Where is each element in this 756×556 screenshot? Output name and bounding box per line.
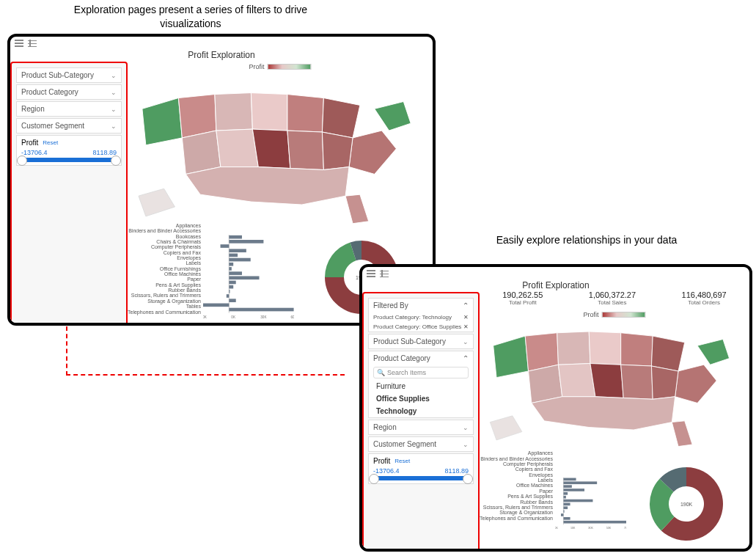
chevron-down-icon: ⌄ [463, 441, 469, 448]
svg-rect-60 [563, 492, 568, 495]
filter-region[interactable]: Region⌄ [16, 101, 122, 117]
svg-marker-44 [651, 336, 684, 371]
filter-profit-range: ProfitReset -13706.48118.89 [16, 135, 122, 166]
svg-rect-32 [229, 299, 235, 302]
svg-rect-25 [229, 267, 232, 271]
option-office-supplies[interactable]: Office Supplies [369, 392, 473, 405]
filter-profit-range: ProfitReset -13706.48118.89 [368, 453, 474, 484]
svg-rect-33 [203, 304, 229, 307]
caption-right: Easily explore relationships in your dat… [440, 233, 733, 247]
filter-customer-segment[interactable]: Customer Segment⌄ [368, 436, 474, 452]
svg-rect-23 [229, 258, 250, 262]
svg-marker-50 [651, 366, 678, 399]
svg-rect-56 [563, 478, 576, 481]
bottom-legend: ProfitDelivery TruckExpress AirR [204, 325, 330, 326]
choropleth-map[interactable] [135, 78, 425, 227]
search-icon: 🔍 [377, 369, 385, 376]
chevron-up-icon[interactable]: ⌃ [463, 301, 469, 310]
svg-marker-11 [287, 131, 324, 169]
bar-chart[interactable]: AppliancesBinders and Binder Accessories… [480, 450, 626, 552]
filter-product-subcategory[interactable]: Product Sub-Category⌄ [368, 334, 474, 349]
reset-link[interactable]: Reset [43, 139, 58, 146]
filter-product-category-open: Product Category⌃ 🔍Search Items Furnitur… [368, 351, 474, 418]
svg-rect-64 [563, 507, 568, 510]
menu-icon[interactable] [15, 40, 23, 47]
svg-rect-63 [563, 503, 570, 506]
filter-chip[interactable]: Product Category: Office Supplies✕ [369, 322, 473, 332]
svg-rect-61 [563, 496, 565, 499]
svg-marker-5 [287, 95, 324, 132]
filter-chip[interactable]: Product Category: Technology✕ [369, 312, 473, 322]
range-slider[interactable] [373, 476, 469, 480]
filtered-by-panel: Filtered By⌃ Product Category: Technolog… [368, 298, 474, 332]
filter-sidebar: Product Sub-Category⌄ Product Category⌄ … [10, 62, 128, 326]
svg-marker-4 [251, 93, 287, 131]
svg-rect-59 [563, 489, 584, 492]
chevron-down-icon: ⌄ [111, 106, 117, 113]
svg-marker-6 [322, 98, 359, 138]
svg-marker-52 [697, 339, 730, 365]
filter-customer-segment[interactable]: Customer Segment⌄ [16, 118, 122, 133]
svg-rect-20 [221, 244, 230, 248]
settings-icon[interactable] [380, 270, 389, 277]
svg-rect-29 [229, 285, 233, 289]
svg-rect-58 [563, 486, 571, 489]
svg-marker-16 [139, 189, 175, 216]
svg-marker-42 [589, 332, 621, 365]
search-input[interactable]: 🔍Search Items [373, 367, 469, 378]
choropleth-map[interactable] [487, 320, 742, 448]
svg-marker-48 [590, 364, 623, 398]
settings-icon[interactable] [28, 40, 37, 47]
svg-marker-53 [672, 421, 692, 447]
svg-marker-45 [675, 365, 717, 403]
svg-marker-40 [525, 333, 558, 371]
option-technology[interactable]: Technology [369, 405, 473, 417]
svg-marker-54 [490, 416, 522, 440]
chevron-down-icon: ⌄ [463, 338, 469, 345]
svg-marker-51 [532, 397, 675, 430]
menu-icon[interactable] [367, 270, 375, 277]
svg-text:0K: 0K [231, 315, 236, 319]
svg-rect-30 [229, 290, 230, 293]
svg-rect-66 [561, 514, 563, 517]
color-legend: Profit [583, 311, 645, 318]
svg-marker-3 [215, 93, 252, 131]
filter-product-category[interactable]: Product Category⌄ [16, 84, 122, 100]
svg-rect-57 [563, 482, 597, 485]
svg-text:-10K: -10K [555, 527, 558, 530]
range-slider[interactable] [21, 158, 117, 162]
bar-chart[interactable]: AppliancesBinders and Binder Accessories… [128, 223, 294, 326]
svg-rect-19 [229, 240, 263, 244]
svg-marker-49 [621, 365, 653, 399]
reset-link[interactable]: Reset [394, 458, 410, 464]
option-furniture[interactable]: Furniture [369, 380, 473, 392]
svg-marker-8 [182, 131, 220, 174]
remove-icon: ✕ [463, 323, 469, 330]
svg-text:10K: 10K [570, 527, 576, 530]
bottom-legend: ProfitDelivery TruckExpress AirRegular A… [547, 551, 697, 552]
filter-region[interactable]: Region⌄ [368, 420, 474, 435]
donut-chart[interactable]: 190K Profit [626, 450, 746, 552]
svg-marker-46 [529, 365, 562, 403]
chevron-down-icon: ⌄ [111, 89, 117, 96]
svg-rect-31 [227, 294, 230, 298]
svg-marker-43 [621, 333, 653, 366]
chevron-down-icon: ⌄ [111, 72, 117, 79]
profit-label: Profit [21, 139, 38, 147]
svg-marker-41 [557, 332, 590, 365]
page-title: Profit Exploration [10, 50, 433, 62]
svg-text:-30K: -30K [203, 315, 208, 319]
svg-rect-34 [229, 308, 293, 312]
chevron-down-icon: ⌄ [111, 122, 117, 130]
panel-after: Profit Exploration Filtered By⌃ Product … [359, 264, 752, 552]
svg-rect-24 [229, 263, 233, 266]
filter-product-subcategory[interactable]: Product Sub-Category⌄ [16, 67, 122, 83]
remove-icon: ✕ [463, 314, 469, 321]
svg-rect-26 [229, 271, 242, 275]
svg-marker-13 [186, 167, 349, 205]
svg-rect-67 [563, 517, 570, 520]
svg-marker-2 [178, 95, 216, 138]
svg-marker-14 [375, 101, 411, 131]
svg-marker-1 [142, 98, 182, 145]
svg-text:30K: 30K [260, 315, 267, 319]
